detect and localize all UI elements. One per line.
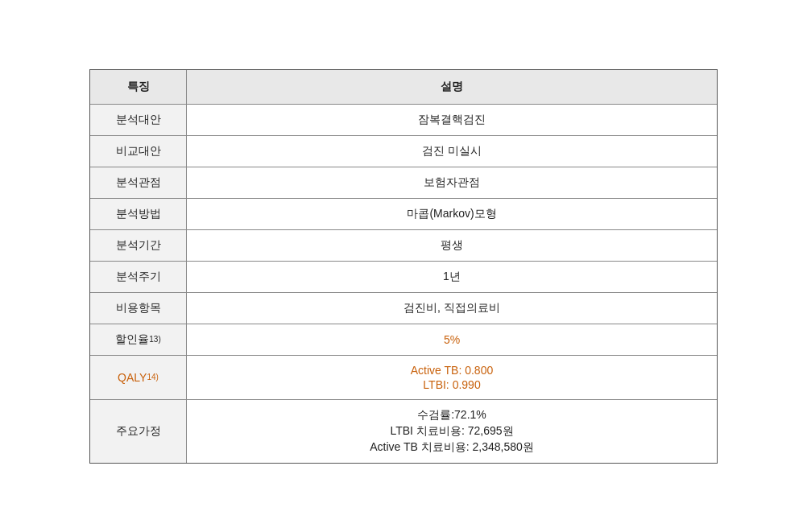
table-row: 분석관점 보험자관점: [90, 167, 717, 199]
qaly-line-1: Active TB: 0.800: [411, 364, 493, 377]
assumption-line-2: LTBI 치료비용: 72,695원: [390, 424, 513, 439]
feature-label: 분석기간: [90, 230, 187, 261]
assumption-line-3: Active TB 치료비용: 2,348,580원: [370, 440, 534, 455]
description-value: 보험자관점: [187, 167, 717, 198]
description-value: 수검률:72.1% LTBI 치료비용: 72,695원 Active TB 치…: [187, 400, 717, 463]
table-row: 분석주기 1년: [90, 262, 717, 293]
table-header: 특징 설명: [90, 70, 717, 105]
feature-label: 비용항목: [90, 293, 187, 324]
description-value: 검진비, 직접의료비: [187, 293, 717, 324]
feature-label: 분석주기: [90, 262, 187, 292]
description-value: 검진 미실시: [187, 136, 717, 167]
feature-label: 주요가정: [90, 400, 187, 463]
table-row: 비교대안 검진 미실시: [90, 136, 717, 167]
feature-label: 분석대안: [90, 105, 187, 135]
assumption-line-1: 수검률:72.1%: [417, 408, 486, 423]
table-row: 분석기간 평생: [90, 230, 717, 262]
main-table: 특징 설명 분석대안 잠복결핵검진 비교대안 검진 미실시 분석관점 보험자관점…: [89, 69, 718, 464]
feature-label: 할인율13): [90, 324, 187, 355]
table-row: 주요가정 수검률:72.1% LTBI 치료비용: 72,695원 Active…: [90, 400, 717, 463]
table-row: QALY14) Active TB: 0.800 LTBI: 0.990: [90, 356, 717, 400]
header-description: 설명: [187, 70, 717, 104]
feature-label: 비교대안: [90, 136, 187, 167]
qaly-line-2: LTBI: 0.990: [423, 378, 480, 391]
description-value: 1년: [187, 262, 717, 292]
description-value: 마콥(Markov)모형: [187, 199, 717, 229]
table-row: 비용항목 검진비, 직접의료비: [90, 293, 717, 324]
description-value: Active TB: 0.800 LTBI: 0.990: [187, 356, 717, 399]
table-row: 할인율13) 5%: [90, 324, 717, 356]
feature-label: 분석방법: [90, 199, 187, 229]
description-value: 평생: [187, 230, 717, 261]
description-value: 5%: [187, 324, 717, 355]
feature-label: 분석관점: [90, 167, 187, 198]
feature-label: QALY14): [90, 356, 187, 399]
table-row: 분석방법 마콥(Markov)모형: [90, 199, 717, 230]
description-value: 잠복결핵검진: [187, 105, 717, 135]
table-row: 분석대안 잠복결핵검진: [90, 105, 717, 136]
header-feature: 특징: [90, 70, 187, 104]
